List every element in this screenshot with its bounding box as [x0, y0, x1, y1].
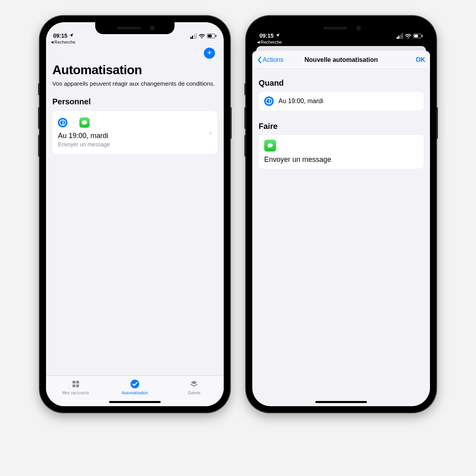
layers-icon	[189, 379, 199, 389]
tab-label-gallery: Galerie	[188, 391, 200, 395]
svg-point-7	[131, 380, 139, 388]
automation-subtitle: Envoyer un message	[58, 141, 212, 148]
svg-rect-10	[422, 35, 422, 36]
svg-rect-1	[208, 35, 211, 37]
breadcrumb-back[interactable]: ◀ Recherche	[46, 40, 224, 47]
nav-done-button[interactable]: OK	[416, 56, 425, 63]
page-title: Automatisation	[52, 63, 217, 77]
tab-my-shortcuts[interactable]: Mes raccourcis	[46, 379, 105, 406]
breadcrumb-label: Recherche	[54, 40, 75, 44]
automation-tab-icon	[130, 379, 140, 389]
battery-icon	[207, 34, 217, 38]
right-phone-frame: 09:15 ◀ Recherche	[246, 16, 436, 413]
automation-card[interactable]: → Au 19:00, mardi Envoyer un message ›	[52, 111, 217, 154]
tab-label-automation: Automatisation	[122, 391, 148, 395]
chevron-right-icon: ›	[209, 128, 212, 137]
messages-icon	[264, 140, 276, 152]
page-subtitle: Vos appareils peuvent réagir aux changem…	[52, 80, 217, 88]
battery-icon	[413, 34, 423, 38]
notch	[95, 22, 175, 34]
notch	[301, 22, 381, 34]
do-cell[interactable]: Envoyer un message	[259, 135, 424, 169]
when-cell[interactable]: Au 19:00, mardi	[259, 92, 424, 111]
grid-icon	[71, 379, 81, 389]
svg-rect-4	[76, 381, 79, 384]
when-value: Au 19:00, mardi	[278, 98, 323, 105]
svg-rect-2	[215, 35, 216, 36]
status-time: 09:15	[53, 33, 67, 39]
nav-back-button[interactable]: Actions	[257, 56, 283, 63]
home-indicator[interactable]	[315, 401, 367, 403]
plus-icon: +	[207, 49, 212, 57]
location-arrow-icon	[275, 33, 280, 39]
section-heading-personal: Personnel	[52, 97, 217, 106]
messages-icon	[79, 117, 90, 128]
wifi-icon	[199, 34, 205, 38]
automation-title: Au 19:00, mardi	[58, 132, 212, 140]
tab-gallery[interactable]: Galerie	[165, 379, 223, 406]
clock-icon	[264, 96, 274, 106]
left-phone-frame: 09:15 ◀ Recherche	[40, 16, 230, 413]
svg-rect-5	[72, 384, 75, 387]
nav-bar: Actions Nouvelle automatisation OK	[252, 51, 430, 69]
breadcrumb-label: Recherche	[261, 40, 282, 44]
home-indicator[interactable]	[109, 401, 161, 403]
arrow-right-icon: →	[71, 119, 76, 126]
cell-signal-icon	[190, 33, 197, 39]
section-heading-when: Quand	[259, 79, 424, 88]
nav-title: Nouvelle automatisation	[305, 56, 378, 63]
svg-rect-6	[76, 384, 79, 387]
do-value: Envoyer un message	[264, 155, 331, 164]
status-time: 09:15	[259, 33, 274, 39]
clock-icon	[58, 118, 67, 127]
modal-sheet: Actions Nouvelle automatisation OK Quand…	[252, 51, 430, 406]
cell-signal-icon	[397, 33, 403, 39]
svg-rect-9	[414, 35, 418, 37]
tab-label-shortcuts: Mes raccourcis	[62, 391, 89, 395]
svg-rect-3	[72, 381, 75, 384]
add-automation-button[interactable]: +	[204, 48, 215, 59]
location-arrow-icon	[69, 33, 74, 39]
nav-back-label: Actions	[263, 56, 283, 63]
wifi-icon	[405, 34, 411, 38]
section-heading-do: Faire	[259, 122, 424, 131]
